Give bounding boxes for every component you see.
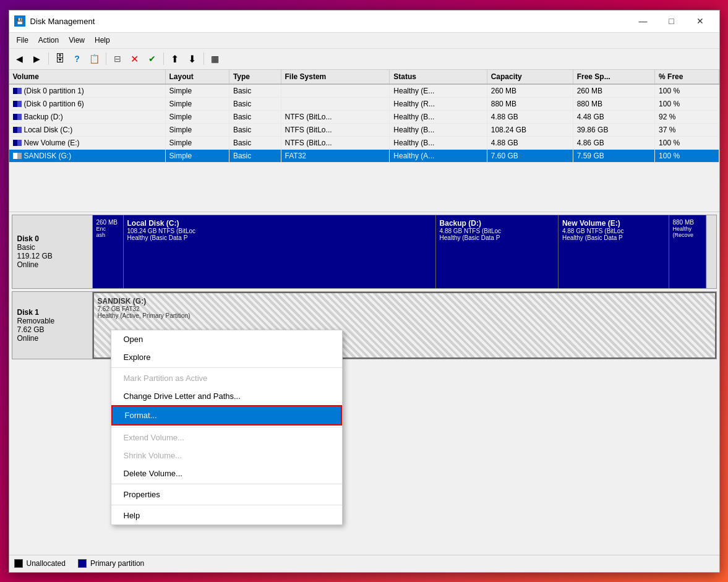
cell-capacity: 880 MB [487,97,573,110]
ctx-explore[interactable]: Explore [111,348,342,366]
cell-status: Healthy (R... [390,97,487,110]
cell-layout: Simple [165,149,229,162]
ctx-delete[interactable]: Delete Volume... [111,464,342,482]
cell-pct: 100 % [655,97,719,110]
col-filesystem[interactable]: File System [281,70,390,84]
rescan-button[interactable]: 📋 [87,51,103,67]
cell-fs: NTFS (BitLo... [281,123,390,136]
cell-layout: Simple [165,84,229,98]
col-layout[interactable]: Layout [165,70,229,84]
cell-type: Basic [229,149,281,162]
legend-primary-label: Primary partition [90,559,144,568]
ctx-mark-active[interactable]: Mark Partition as Active [111,369,342,387]
disk-0-partitions: 260 MB Encash Local Disk (C:) 108.24 GB … [93,215,706,288]
cell-layout: Simple [165,123,229,136]
forward-button[interactable]: ▶ [29,51,45,67]
col-pct[interactable]: % Free [655,70,719,84]
legend-primary-box [78,559,87,568]
disk-0-partition-recovery[interactable]: 880 MB Healthy (Recove [669,215,706,288]
ctx-properties[interactable]: Properties [111,486,342,503]
ctx-extend[interactable]: Extend Volume... [111,429,342,447]
col-free[interactable]: Free Sp... [573,70,654,84]
close-button[interactable]: ✕ [686,12,714,30]
volume-table: Volume Layout Type File System Status Ca… [9,70,719,163]
disk-0-status: Online [17,260,87,269]
table-row[interactable]: Backup (D:) Simple Basic NTFS (BitLo... … [9,110,719,123]
col-volume[interactable]: Volume [9,70,166,84]
menu-help[interactable]: Help [90,34,115,46]
cell-free: 880 MB [573,97,654,110]
cell-fs: NTFS (BitLo... [281,136,390,149]
disk-0-size: 119.12 GB [17,252,87,260]
col-capacity[interactable]: Capacity [487,70,573,84]
disk-0-pr-name: 880 MB [673,219,702,226]
legend-unallocated-box [14,559,23,568]
cell-capacity: 4.88 GB [487,136,573,149]
ctx-shrink[interactable]: Shrink Volume... [111,447,342,464]
down-button[interactable]: ⬇ [184,51,200,67]
cell-volume: (Disk 0 partition 1) [9,84,166,98]
minimize-button[interactable]: — [629,12,657,30]
cell-fs: NTFS (BitLo... [281,110,390,123]
disk-view: Disk 0 Basic 119.12 GB Online 260 MB Enc… [9,212,719,555]
help-toolbar-button[interactable]: ? [69,51,85,67]
menu-file[interactable]: File [12,34,33,46]
title-bar: 💾 Disk Management — □ ✕ [9,11,719,33]
legend-bar: Unallocated Primary partition [9,555,719,572]
app-icon: 💾 [14,15,25,27]
cell-free: 260 MB [573,84,654,98]
view-button[interactable]: ▦ [207,51,223,67]
toolbar-separator-3 [163,53,164,65]
back-button[interactable]: ◀ [12,51,28,67]
cell-volume: New Volume (E:) [9,136,166,149]
table-row[interactable]: (Disk 0 partition 6) Simple Basic Health… [9,97,719,110]
ctx-change-letter[interactable]: Change Drive Letter and Paths... [111,387,342,405]
cell-layout: Simple [165,136,229,149]
disk-1-ps-sub: 7.62 GB FAT32Healthy (Active, Primary Pa… [98,306,711,319]
disk-0-pe-sub: 4.88 GB NTFS (BitLocHealthy (Basic Data … [562,228,665,241]
disk-0-partition-c[interactable]: Local Disk (C:) 108.24 GB NTFS (BitLocHe… [124,215,436,288]
disk-0-partition-backup[interactable]: Backup (D:) 4.88 GB NTFS (BitLocHealthy … [436,215,559,288]
menu-view[interactable]: View [64,34,90,46]
menu-action[interactable]: Action [33,34,64,46]
table-row[interactable]: (Disk 0 partition 1) Simple Basic Health… [9,84,719,98]
cell-volume: SANDISK (G:) [9,149,166,162]
disk-1-size: 7.62 GB [17,325,87,334]
cell-type: Basic [229,84,281,98]
ctx-help[interactable]: Help [111,507,342,524]
disk-0-pr-sub: Healthy (Recove [673,226,702,238]
ctx-sep-4 [111,505,342,505]
cell-capacity: 7.60 GB [487,149,573,162]
cell-free: 4.86 GB [573,136,654,149]
disk-0-partition-e[interactable]: New Volume (E:) 4.88 GB NTFS (BitLocHeal… [559,215,669,288]
context-menu: Open Explore Mark Partition as Active Ch… [111,330,343,525]
up-button[interactable]: ⬆ [167,51,183,67]
disk-0-row: Disk 0 Basic 119.12 GB Online 260 MB Enc… [12,215,717,289]
delete-button[interactable]: ✕ [127,51,143,67]
ctx-sep-3 [111,484,342,484]
cell-fs [281,97,390,110]
cell-status: Healthy (A... [390,149,487,162]
cell-fs: FAT32 [281,149,390,162]
disk-0-partition-0[interactable]: 260 MB Encash [93,215,124,288]
maximize-button[interactable]: □ [657,12,686,30]
cell-type: Basic [229,136,281,149]
table-row[interactable]: Local Disk (C:) Simple Basic NTFS (BitLo… [9,123,719,136]
ctx-format[interactable]: Format... [111,405,342,426]
col-status[interactable]: Status [390,70,487,84]
disk-button[interactable]: ⊟ [109,51,126,67]
col-type[interactable]: Type [229,70,281,84]
cell-type: Basic [229,110,281,123]
legend-unallocated: Unallocated [14,559,66,568]
disk-1-name: Disk 1 [17,308,87,317]
disk-0-info: Disk 0 Basic 119.12 GB Online [12,215,93,288]
table-row[interactable]: New Volume (E:) Simple Basic NTFS (BitLo… [9,136,719,149]
table-row[interactable]: SANDISK (G:) Simple Basic FAT32 Healthy … [9,149,719,162]
disk-0-pb-sub: 4.88 GB NTFS (BitLocHealthy (Basic Data … [440,228,554,241]
ctx-open[interactable]: Open [111,330,342,348]
disk-0-scrollbar[interactable] [706,215,716,288]
properties-button[interactable]: 🗄 [52,51,68,67]
cell-volume: (Disk 0 partition 6) [9,97,166,110]
format-toolbar-button[interactable]: ✔ [144,51,160,67]
disk-1-ps-name: SANDISK (G:) [98,297,711,306]
